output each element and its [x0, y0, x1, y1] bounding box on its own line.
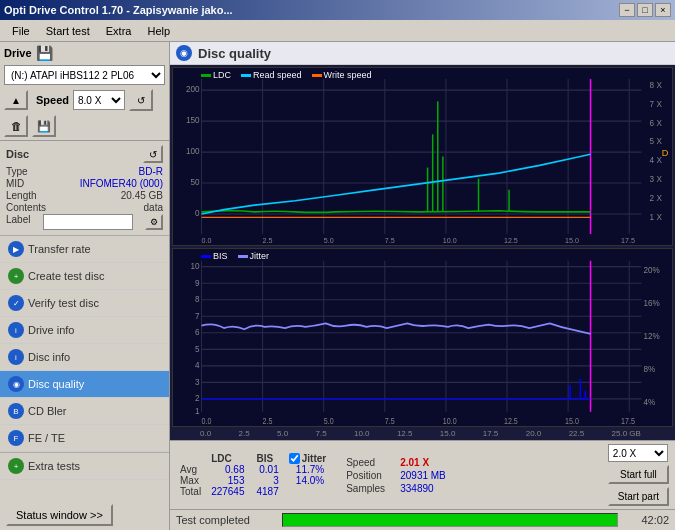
sidebar-item-cd-bler[interactable]: B CD Bler: [0, 398, 169, 425]
menu-extra[interactable]: Extra: [98, 23, 140, 39]
ldc-dot: [201, 74, 211, 77]
position-value: 20931 MB: [400, 470, 446, 481]
speed-stat-label: Speed: [346, 457, 396, 468]
jitter-dot: [238, 255, 248, 258]
bottom-chart-svg: 10 9 8 7 6 5 4 3 2 1 20% 16% 12% 8% 4%: [173, 249, 672, 426]
svg-text:20%: 20%: [643, 264, 659, 275]
sidebar-item-create-test-disc[interactable]: + Create test disc: [0, 263, 169, 290]
menu-file[interactable]: File: [4, 23, 38, 39]
samples-row: Samples 334890: [346, 483, 446, 494]
nav-label-disc-quality: Disc quality: [28, 378, 84, 390]
svg-text:8 X: 8 X: [650, 80, 663, 90]
erase-button[interactable]: 🗑: [4, 115, 28, 137]
close-button[interactable]: ×: [655, 3, 671, 17]
progress-time: 42:02: [624, 514, 669, 526]
svg-text:10.0: 10.0: [443, 416, 457, 426]
svg-text:8: 8: [195, 294, 200, 305]
svg-text:16%: 16%: [643, 297, 659, 308]
svg-text:1 X: 1 X: [650, 211, 663, 221]
svg-text:150: 150: [186, 115, 200, 125]
progress-bar-outer: [282, 513, 618, 527]
sidebar-item-disc-quality[interactable]: ◉ Disc quality: [0, 371, 169, 398]
disc-details: Type BD-R MID INFOMER40 (000) Length 20.…: [6, 166, 163, 230]
disc-title: Disc: [6, 148, 29, 160]
status-window-button[interactable]: Status window >>: [6, 504, 113, 526]
sidebar-item-fe-te[interactable]: F FE / TE: [0, 425, 169, 452]
sidebar-item-disc-info[interactable]: i Disc info: [0, 344, 169, 371]
label-key: Label: [6, 214, 30, 230]
svg-text:6: 6: [195, 327, 200, 338]
speed-select-main[interactable]: 8.0 X: [73, 90, 125, 110]
label-edit-button[interactable]: ⚙: [145, 214, 163, 230]
speed-label: Speed: [36, 94, 69, 106]
stats-bar: LDC BIS Jitter Avg 0.68 0.01 11.7%: [170, 440, 675, 509]
svg-text:7: 7: [195, 310, 200, 321]
max-row-label: Max: [176, 475, 205, 486]
action-panel: 2.0 X Start full Start part: [608, 444, 669, 506]
read-speed-dot: [241, 74, 251, 77]
menu-start-test[interactable]: Start test: [38, 23, 98, 39]
nav-label-disc-info: Disc info: [28, 351, 70, 363]
sidebar-item-transfer-rate[interactable]: ▶ Transfer rate: [0, 236, 169, 263]
drive-select[interactable]: (N:) ATAPI iHBS112 2 PL06: [4, 65, 165, 85]
type-value: BD-R: [139, 166, 163, 177]
contents-value: data: [144, 202, 163, 213]
nav-items: ▶ Transfer rate + Create test disc ✓ Ver…: [0, 236, 169, 500]
position-label: Position: [346, 470, 396, 481]
refresh-button[interactable]: ↺: [129, 89, 153, 111]
progress-label: Test completed: [176, 514, 276, 526]
svg-text:17.5: 17.5: [621, 416, 635, 426]
disc-refresh-button[interactable]: ↺: [143, 145, 163, 163]
sidebar-item-verify-test-disc[interactable]: ✓ Verify test disc: [0, 290, 169, 317]
disc-quality-icon: ◉: [8, 376, 24, 392]
nav-label-fe-te: FE / TE: [28, 432, 65, 444]
test-speed-select[interactable]: 2.0 X: [608, 444, 668, 462]
disc-info-icon: i: [8, 349, 24, 365]
svg-text:100: 100: [186, 146, 200, 156]
status-section: Status window >>: [0, 500, 169, 530]
create-test-disc-icon: +: [8, 268, 24, 284]
window-controls[interactable]: − □ ×: [619, 3, 671, 17]
start-full-button[interactable]: Start full: [608, 465, 669, 484]
legend-bis: BIS: [201, 251, 228, 261]
max-bis: 3: [251, 475, 285, 486]
minimize-button[interactable]: −: [619, 3, 635, 17]
drive-row: Drive 💾 (N:) ATAPI iHBS112 2 PL06 ▲ Spee…: [0, 42, 169, 141]
legend-jitter: Jitter: [238, 251, 270, 261]
svg-text:4: 4: [195, 360, 200, 371]
svg-text:3: 3: [195, 376, 200, 387]
avg-jitter: 11.7%: [285, 464, 330, 475]
eject-button[interactable]: ▲: [4, 90, 28, 110]
sidebar-item-extra-tests[interactable]: + Extra tests: [0, 452, 169, 480]
total-row-label: Total: [176, 486, 205, 497]
svg-text:2.5: 2.5: [263, 416, 273, 426]
right-panel: ◉ Disc quality LDC Read speed: [170, 42, 675, 530]
svg-text:2 X: 2 X: [650, 192, 663, 202]
extra-tests-icon: +: [8, 458, 24, 474]
progress-bar-inner: [283, 514, 617, 526]
disc-header: Disc ↺: [6, 145, 163, 163]
svg-text:4%: 4%: [643, 396, 655, 407]
svg-text:7.5: 7.5: [385, 416, 395, 426]
svg-text:10.0: 10.0: [443, 236, 457, 245]
fe-te-icon: F: [8, 430, 24, 446]
menu-bar: File Start test Extra Help: [0, 20, 675, 42]
disc-label-input[interactable]: [43, 214, 133, 230]
contents-label: Contents: [6, 202, 46, 213]
progress-bar-row: Test completed 42:02: [170, 509, 675, 530]
top-chart: LDC Read speed Write speed: [172, 67, 673, 246]
bottom-chart: BIS Jitter: [172, 248, 673, 427]
sidebar-item-drive-info[interactable]: i Drive info: [0, 317, 169, 344]
save-button[interactable]: 💾: [32, 115, 56, 137]
disc-quality-header-icon: ◉: [176, 45, 192, 61]
start-part-button[interactable]: Start part: [608, 487, 669, 506]
transfer-rate-icon: ▶: [8, 241, 24, 257]
maximize-button[interactable]: □: [637, 3, 653, 17]
top-chart-svg: 200 150 100 50 0 8 X 7 X 6 X 5 X 4 X 3 X…: [173, 68, 672, 245]
jitter-checkbox[interactable]: [289, 453, 300, 464]
menu-help[interactable]: Help: [139, 23, 178, 39]
svg-text:12.5: 12.5: [504, 236, 518, 245]
speed-position-panel: Speed 2.01 X Position 20931 MB Samples 3…: [346, 457, 446, 494]
svg-text:7.5: 7.5: [385, 236, 395, 245]
nav-label-cd-bler: CD Bler: [28, 405, 67, 417]
